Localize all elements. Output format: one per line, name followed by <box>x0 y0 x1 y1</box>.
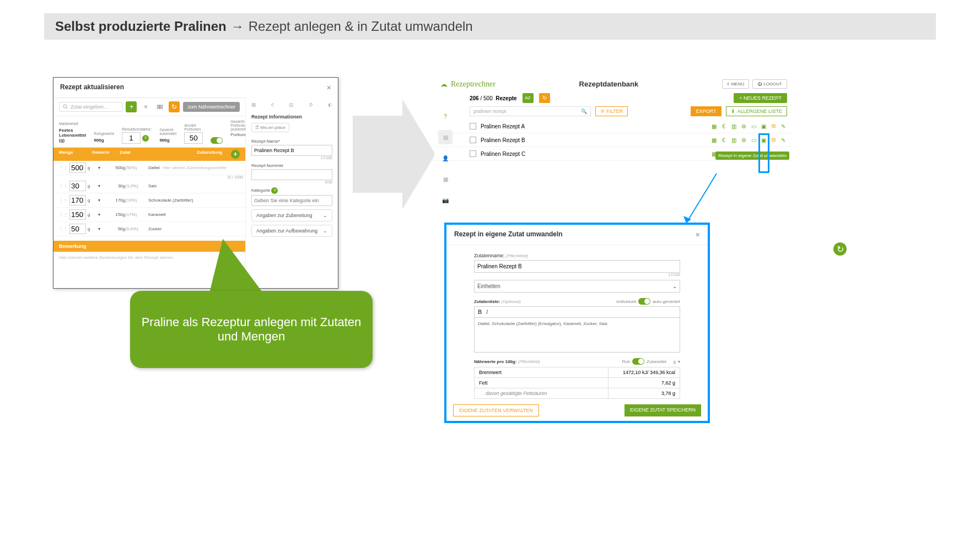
search-icon: 🔍 <box>581 109 587 114</box>
chevron-down-icon[interactable]: ▾ <box>678 359 680 364</box>
recipe-database-panel: Rezeptrechner Rezeptdatenbank ≡ MENÜ ⏻ L… <box>434 77 793 197</box>
recipe-list-row[interactable]: Pralinen Rezept A▦€▥⚙▭▣⧉✎ <box>434 120 793 133</box>
label-icon[interactable]: ▭ <box>750 136 757 144</box>
allergen-list-button[interactable]: ⬇ALLERGENE LISTE <box>726 106 787 116</box>
chevron-down-icon: ⌄ <box>672 283 677 289</box>
save-ingredient-button[interactable]: EIGENE ZUTAT SPEICHERN <box>624 404 701 416</box>
menu-button[interactable]: ≡ MENÜ <box>722 79 749 89</box>
portions-input[interactable] <box>184 132 203 144</box>
add-row-button[interactable]: + <box>231 150 240 159</box>
nutrition-calc-button[interactable]: zum Nährwertrechner <box>183 102 240 112</box>
nutrition-row: Fett7,62 g <box>474 378 680 388</box>
info-tab-icon[interactable]: ▦ <box>251 102 256 107</box>
gear-icon[interactable]: ⚙ <box>740 122 747 130</box>
rte-toolbar[interactable]: BI <box>474 306 680 317</box>
barcode-tab-icon[interactable]: ▥ <box>289 102 294 107</box>
recipe-list-row[interactable]: Pralinen Rezept B▦€▥⚙▭▣⧉✎ <box>434 133 793 147</box>
brand-logo: Rezeptrechner <box>440 80 496 89</box>
sidebar-user-icon[interactable]: 👤 <box>438 151 453 165</box>
close-small-icon[interactable]: × <box>140 101 151 112</box>
sidebar-camera-icon[interactable]: 📷 <box>438 193 453 207</box>
close-icon[interactable]: × <box>327 83 331 92</box>
manage-ingredients-button[interactable]: EIGENE ZUTATEN VERWALTEN <box>453 404 539 416</box>
recipe-number-input[interactable] <box>251 169 332 180</box>
new-recipe-button[interactable]: + NEUES REZEPT <box>734 93 787 103</box>
raw-cooked-toggle[interactable] <box>632 358 644 365</box>
refresh-button[interactable]: ↻ <box>169 101 180 112</box>
refresh-button[interactable]: ↻ <box>539 93 550 103</box>
modal-close-icon[interactable]: × <box>696 230 700 239</box>
ingredient-row: ⋮⋮g▾150g(17%)Karamell <box>53 208 245 222</box>
grid-icon[interactable]: ▦ <box>710 122 718 130</box>
label-icon[interactable]: ▭ <box>750 122 757 130</box>
storage-dropdown[interactable]: Angaben zur Aufbewahrung⌄ <box>251 225 332 237</box>
mise-en-place-button[interactable]: ☰ Mis-en-place <box>251 123 289 132</box>
search-icon <box>63 104 68 110</box>
amount-input[interactable] <box>69 195 86 205</box>
ingredient-name-input[interactable] <box>474 260 680 273</box>
ingredient-row: ⋮⋮g▾500g(56%)DattelHier stehen Zubereitu… <box>53 161 245 175</box>
amount-input[interactable] <box>69 224 86 234</box>
amount-input[interactable] <box>69 181 86 191</box>
checkbox[interactable] <box>470 150 476 157</box>
flow-arrow-icon <box>353 99 435 209</box>
recipe-count: 206 / 500 Rezepte <box>470 95 517 101</box>
gear-icon[interactable]: ⚙ <box>740 136 747 144</box>
grid-icon[interactable]: ▦ <box>710 136 718 144</box>
svg-line-8 <box>686 174 717 223</box>
edit-icon[interactable]: ✎ <box>779 136 787 144</box>
euro-icon[interactable]: € <box>720 136 728 144</box>
add-button[interactable]: + <box>126 101 137 112</box>
sidebar-recipes-icon[interactable]: ▤ <box>438 130 453 144</box>
checkbox[interactable] <box>470 123 476 129</box>
recipe-name-input[interactable] <box>251 145 332 156</box>
ingredient-search-input[interactable]: Zutat eingeben... <box>59 102 122 112</box>
copy-icon[interactable]: ⧉ <box>769 122 777 130</box>
arrow-right-icon: → <box>231 19 244 34</box>
help-icon[interactable]: ? <box>271 187 278 194</box>
chevron-down-icon: ⌄ <box>323 228 327 234</box>
db-search-input[interactable]: pralinen rezept🔍 <box>470 106 591 116</box>
misc-tab-icon[interactable]: ◐ <box>328 102 332 107</box>
gear-tab-icon[interactable]: ⚙ <box>309 102 313 107</box>
svg-rect-4 <box>159 105 160 109</box>
category-input[interactable] <box>251 195 332 206</box>
db-page-title: Rezeptdatenbank <box>579 80 639 88</box>
portion-toggle[interactable] <box>211 137 223 144</box>
export-button[interactable]: EXPORT <box>691 106 722 116</box>
amount-input[interactable] <box>69 163 86 173</box>
download-icon: ⬇ <box>731 109 735 114</box>
svg-marker-7 <box>353 99 435 209</box>
euro-icon[interactable]: € <box>720 122 728 130</box>
ingredient-list-textarea[interactable]: Dattel, Schokolade (Zartbitter) (Emulgat… <box>474 317 680 353</box>
svg-rect-3 <box>158 105 159 109</box>
prep-dropdown[interactable]: Angaben zur Zubereitung⌄ <box>251 209 332 221</box>
checkbox[interactable] <box>470 137 476 143</box>
panel-title: Rezept aktualisieren <box>60 83 124 92</box>
floating-refresh-button[interactable]: ↻ <box>833 242 847 256</box>
convert-icon[interactable]: ▣ <box>760 122 767 130</box>
logout-button[interactable]: ⏻ LOGOUT <box>752 79 787 89</box>
callout-bubble: Praline als Rezeptur anlegen mit Zutaten… <box>130 291 373 368</box>
recipe-editor-panel: Rezept aktualisieren × Zutat eingeben...… <box>53 77 338 289</box>
title-rest: Rezept anlegen & in Zutat umwandeln <box>249 19 473 34</box>
sort-az-button[interactable]: AZ <box>523 93 534 103</box>
sidebar-calc-icon[interactable]: ▦ <box>438 172 453 186</box>
sidebar-help-icon[interactable]: ? <box>438 109 453 123</box>
amount-input[interactable] <box>69 209 86 220</box>
ingredient-row: ⋮⋮g▾170g(19%)Schokolade (Zartbitter) <box>53 193 245 208</box>
svg-rect-6 <box>162 105 163 109</box>
barcode-icon[interactable]: ▥ <box>730 122 737 130</box>
help-icon[interactable]: ? <box>142 135 149 142</box>
units-select[interactable]: Einheiten⌄ <box>474 280 680 293</box>
page-title-bar: Selbst produzierte Pralinen → Rezept anl… <box>44 13 936 40</box>
euro-tab-icon[interactable]: € <box>271 102 274 107</box>
edit-icon[interactable]: ✎ <box>779 122 787 130</box>
filter-button[interactable]: ⚞FILTER <box>595 106 628 116</box>
copy-icon[interactable]: ⧉ <box>769 136 777 144</box>
svg-rect-5 <box>161 105 161 109</box>
barcode-icon[interactable]: ▥ <box>730 136 737 144</box>
reduction-input[interactable] <box>122 132 141 144</box>
autogen-toggle[interactable] <box>638 298 650 305</box>
barcode-icon[interactable] <box>154 101 165 112</box>
